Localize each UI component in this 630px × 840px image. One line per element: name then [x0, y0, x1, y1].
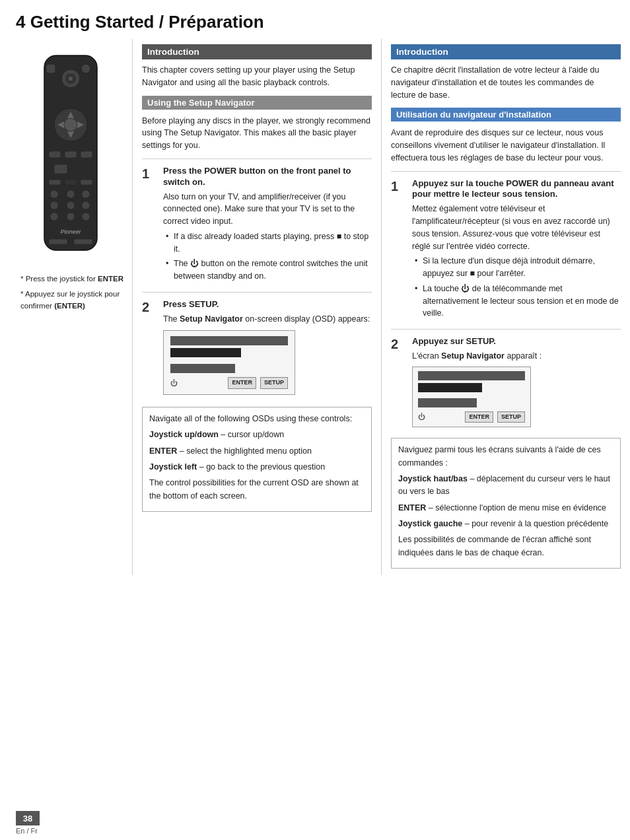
fr-nav-title: Naviguez parmi tous les écrans suivants … — [398, 444, 613, 470]
en-step2-body: The Setup Navigator on-screen display (O… — [163, 313, 372, 326]
fr-osd-enter-btn: ENTER — [465, 411, 493, 423]
fr-step1-bullet1: Si la lecture d'un disque déjà introduit… — [415, 255, 621, 280]
fr-osd-power-icon: ⏻ — [418, 411, 425, 423]
svg-rect-14 — [81, 151, 92, 158]
fr-osd-setup-btn: SETUP — [497, 411, 525, 423]
sidebar-note2-bold: (ENTER) — [54, 302, 85, 310]
en-step2-content: Press SETUP. The Setup Navigator on-scre… — [163, 299, 372, 400]
en-step2-title: Press SETUP. — [163, 299, 372, 310]
osd-setup-btn: SETUP — [260, 377, 288, 389]
en-nav-title: Navigate all of the following OSDs using… — [149, 413, 365, 425]
svg-point-22 — [50, 201, 58, 209]
svg-point-3 — [69, 77, 73, 81]
fr-nav2: ENTER – sélectionne l'option de menu mis… — [398, 502, 613, 514]
en-step1: 1 Press the POWER button on the front pa… — [142, 166, 372, 285]
fr-step1-bullet2: La touche ⏻ de la télécommande met alter… — [415, 283, 621, 320]
en-nav3: Joystick left – go back to the previous … — [149, 461, 365, 473]
svg-rect-17 — [65, 180, 77, 185]
page-number: 38 — [16, 811, 40, 825]
svg-rect-15 — [54, 164, 67, 174]
en-step1-title: Press the POWER button on the front pane… — [163, 166, 372, 188]
fr-intro-text: Ce chapitre décrit l'installation de vot… — [391, 64, 621, 101]
svg-rect-18 — [81, 180, 92, 185]
svg-point-4 — [81, 64, 90, 73]
svg-rect-16 — [49, 180, 61, 185]
en-setup-header: Using the Setup Navigator — [142, 96, 372, 110]
fr-osd-bar3 — [418, 398, 477, 407]
svg-point-11 — [64, 118, 77, 131]
english-column: Introduction This chapter covers setting… — [132, 39, 381, 575]
fr-setup-intro: Avant de reproduire des disques sur ce l… — [391, 127, 621, 164]
french-column: Introduction Ce chapitre décrit l'instal… — [381, 39, 630, 575]
fr-osd-diagram: ⏻ ENTER SETUP — [412, 367, 531, 428]
osd-bar1 — [170, 336, 288, 345]
en-step1-number: 1 — [142, 166, 158, 285]
fr-step2: 2 Appuyez sur SETUP. L'écran Setup Navig… — [391, 336, 621, 431]
fr-osd-bar2 — [418, 383, 482, 392]
en-step1-content: Press the POWER button on the front pane… — [163, 166, 372, 285]
svg-rect-12 — [49, 151, 61, 158]
fr-step1-bullets: Si la lecture d'un disque déjà introduit… — [412, 255, 621, 320]
fr-nav1: Joystick haut/bas – déplacement du curse… — [398, 473, 613, 499]
en-step1-bullet2: The ⏻ button on the remote control switc… — [166, 258, 372, 283]
fr-step2-body: L'écran Setup Navigator apparaît : — [412, 350, 621, 363]
svg-point-27 — [82, 213, 90, 221]
main-layout: Pioneer * Press the joystick for ENTER *… — [0, 39, 630, 575]
fr-intro-header: Introduction — [391, 44, 621, 59]
fr-step1-title: Appuyez sur la touche POWER du panneau a… — [412, 178, 621, 201]
sidebar-note1-bold: ENTER — [98, 275, 123, 283]
fr-nav3: Joystick gauche – pour revenir à la ques… — [398, 518, 613, 530]
osd-bottom: ⏻ ENTER SETUP — [170, 377, 288, 389]
svg-rect-5 — [46, 64, 55, 73]
osd-bar2 — [170, 348, 241, 357]
en-divider2 — [142, 292, 372, 293]
osd-bar3 — [170, 364, 235, 373]
svg-point-19 — [50, 190, 58, 198]
fr-step2-number: 2 — [391, 336, 407, 431]
svg-point-21 — [82, 190, 90, 198]
svg-rect-30 — [74, 239, 92, 244]
fr-step2-content: Appuyez sur SETUP. L'écran Setup Navigat… — [412, 336, 621, 431]
en-step1-bullets: If a disc already loaded starts playing,… — [163, 230, 372, 283]
en-step2: 2 Press SETUP. The Setup Navigator on-sc… — [142, 299, 372, 400]
svg-rect-29 — [49, 239, 67, 244]
fr-step1: 1 Appuyez sur la touche POWER du panneau… — [391, 178, 621, 323]
svg-point-25 — [50, 213, 58, 221]
en-nav-box: Navigate all of the following OSDs using… — [142, 407, 372, 512]
svg-point-26 — [67, 213, 75, 221]
en-step1-body: Also turn on your TV, and amplifier/rece… — [163, 191, 372, 228]
osd-power-icon: ⏻ — [170, 378, 178, 389]
svg-point-23 — [67, 201, 75, 209]
svg-point-24 — [82, 201, 90, 209]
en-step2-number: 2 — [142, 299, 158, 400]
page-lang: En / Fr — [16, 827, 116, 835]
en-divider1 — [142, 158, 372, 159]
en-step1-bullet1: If a disc already loaded starts playing,… — [166, 230, 372, 256]
en-intro-header: Introduction — [142, 44, 372, 59]
en-setup-intro: Before playing any discs in the player, … — [142, 115, 372, 152]
remote-illustration: Pioneer — [34, 52, 107, 259]
page-footer: 38 En / Fr — [0, 806, 132, 840]
fr-divider2 — [391, 329, 621, 330]
fr-osd-bar1 — [418, 371, 525, 380]
en-intro-text: This chapter covers setting up your play… — [142, 64, 372, 89]
en-nav2: ENTER – select the highlighted menu opti… — [149, 445, 365, 458]
fr-osd-bottom: ⏻ ENTER SETUP — [418, 411, 525, 423]
svg-rect-13 — [65, 151, 77, 158]
sidebar-notes: * Press the joystick for ENTER * Appuyez… — [18, 273, 123, 316]
fr-step1-content: Appuyez sur la touche POWER du panneau a… — [412, 178, 621, 323]
fr-nav-box: Naviguez parmi tous les écrans suivants … — [391, 438, 621, 569]
page-title: 4 Getting Started / Préparation — [0, 0, 630, 39]
osd-enter-btn: ENTER — [228, 377, 256, 389]
fr-step1-number: 1 — [391, 178, 407, 323]
en-nav1: Joystick up/down – cursor up/down — [149, 429, 365, 441]
fr-step2-title: Appuyez sur SETUP. — [412, 336, 621, 347]
en-osd-diagram: ⏻ ENTER SETUP — [163, 330, 295, 395]
fr-setup-header: Utilisation du navigateur d'installation — [391, 108, 621, 122]
en-nav4: The control possibilities for the curren… — [149, 477, 365, 503]
sidebar-note1-text: * Press the joystick for — [20, 275, 98, 283]
left-sidebar: Pioneer * Press the joystick for ENTER *… — [0, 39, 132, 575]
svg-point-20 — [67, 190, 75, 198]
fr-divider1 — [391, 171, 621, 172]
content-columns: Introduction This chapter covers setting… — [132, 39, 630, 575]
